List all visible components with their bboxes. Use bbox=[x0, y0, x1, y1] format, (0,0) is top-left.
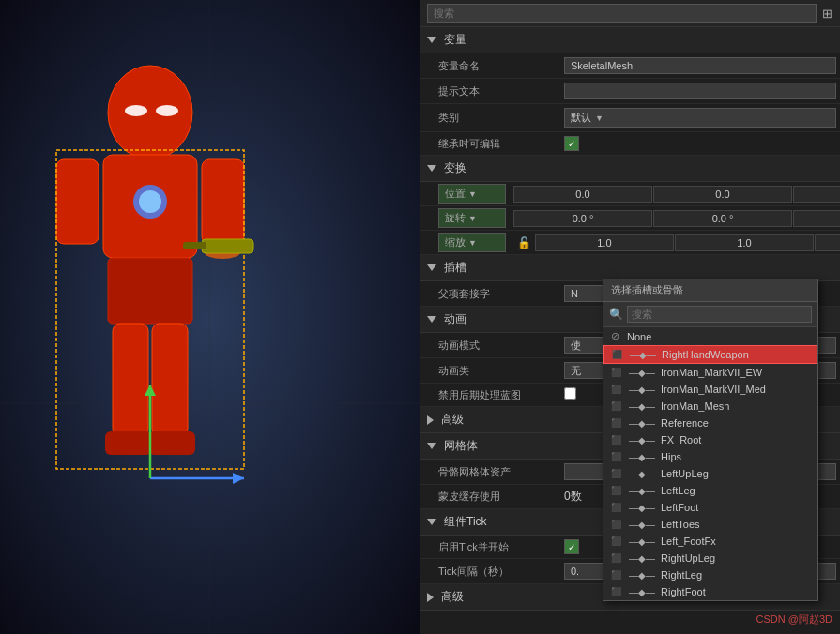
top-toolbar: ⊞ bbox=[420, 0, 840, 27]
dropdown-item[interactable]: ⬛—◆—RightHandWeapon bbox=[603, 345, 817, 364]
viewport bbox=[0, 0, 420, 634]
enable-tick-label: 启用Tick并开始 bbox=[420, 538, 560, 556]
varname-label: 变量命名 bbox=[420, 57, 560, 75]
lock-icon: 🔓 bbox=[513, 236, 535, 249]
scale-z[interactable] bbox=[815, 234, 840, 251]
scale-y[interactable] bbox=[675, 234, 814, 251]
dropdown-search: 🔍 bbox=[603, 302, 817, 327]
dropdown-item[interactable]: ⬛—◆—RightLeg bbox=[603, 566, 817, 583]
skin-cache-text: 0数 bbox=[564, 490, 582, 503]
section-transform-triangle bbox=[427, 165, 436, 172]
svg-rect-9 bbox=[56, 159, 99, 244]
position-dropdown[interactable]: 位置 ▼ bbox=[438, 184, 506, 204]
dropdown-title: 选择插槽或骨骼 bbox=[603, 279, 817, 302]
dropdown-item[interactable]: ⬛—◆—LeftLeg bbox=[603, 482, 817, 499]
skin-cache-label: 蒙皮缓存使用 bbox=[420, 488, 560, 506]
section-advanced1-triangle bbox=[427, 415, 434, 425]
prop-position: 位置 ▼ bbox=[420, 182, 840, 206]
section-slots[interactable]: 插槽 bbox=[420, 255, 840, 281]
category-dropdown[interactable]: 默认 ▼ bbox=[564, 108, 836, 128]
dropdown-item[interactable]: ⬛—◆—Hips bbox=[603, 448, 817, 465]
prop-rotation: 旋转 ▼ bbox=[420, 206, 840, 231]
svg-rect-23 bbox=[183, 242, 206, 249]
section-animation-triangle bbox=[427, 316, 436, 323]
search-button[interactable]: ⊞ bbox=[822, 7, 832, 21]
rotation-fields bbox=[513, 210, 840, 227]
position-label: 位置 ▼ bbox=[420, 182, 513, 205]
svg-point-3 bbox=[108, 66, 192, 159]
svg-rect-22 bbox=[202, 239, 253, 253]
dropdown-item[interactable]: ⬛—◆—IronMan_MarkVII_Med bbox=[603, 381, 817, 398]
properties-panel: ⊞ 变量 变量命名 提示文本 类别 bbox=[420, 0, 840, 634]
section-variable-label: 变量 bbox=[444, 32, 466, 48]
position-fields bbox=[513, 186, 840, 203]
disable-bp-checkbox[interactable] bbox=[564, 387, 576, 400]
rotation-y[interactable] bbox=[653, 210, 792, 227]
svg-point-8 bbox=[139, 190, 161, 213]
section-advanced2-label: 高级 bbox=[441, 589, 464, 605]
section-variable-triangle bbox=[427, 37, 436, 43]
svg-point-5 bbox=[156, 105, 178, 116]
scale-fields bbox=[535, 234, 840, 251]
rotation-x[interactable] bbox=[513, 210, 652, 227]
section-animation-label: 动画 bbox=[444, 311, 466, 327]
dropdown-item[interactable]: ⬛—◆—IronMan_Mesh bbox=[603, 398, 817, 415]
rotation-z[interactable] bbox=[793, 210, 840, 227]
section-mesh-label: 网格体 bbox=[444, 438, 478, 454]
section-tick-triangle bbox=[427, 519, 436, 525]
editable-value: ✓ bbox=[560, 134, 840, 153]
section-transform[interactable]: 变换 bbox=[420, 156, 840, 182]
dropdown-item[interactable]: ⬛—◆—RightFoot bbox=[603, 583, 817, 600]
svg-rect-0 bbox=[0, 0, 420, 634]
section-tick-label: 组件Tick bbox=[444, 514, 487, 530]
anim-mode-label: 动画模式 bbox=[420, 337, 560, 355]
editable-checkbox[interactable]: ✓ bbox=[564, 136, 579, 151]
varname-value bbox=[560, 55, 840, 76]
varname-input[interactable] bbox=[564, 57, 836, 74]
scale-dropdown[interactable]: 缩放 ▼ bbox=[438, 233, 506, 252]
scale-label: 缩放 ▼ bbox=[420, 231, 513, 254]
category-label: 类别 bbox=[420, 109, 560, 127]
scale-x[interactable] bbox=[535, 234, 674, 251]
dropdown-item[interactable]: ⬛—◆—LeftFoot bbox=[603, 499, 817, 516]
section-mesh-triangle bbox=[427, 443, 436, 449]
watermark: CSDN @阿赵3D bbox=[756, 612, 832, 626]
svg-rect-15 bbox=[105, 431, 152, 455]
section-advanced1-label: 高级 bbox=[441, 412, 464, 428]
position-y[interactable] bbox=[653, 186, 792, 203]
prop-category: 类别 默认 ▼ bbox=[420, 104, 840, 132]
variable-content: 变量命名 提示文本 类别 默认 ▼ bbox=[420, 53, 840, 156]
dropdown-item[interactable]: ⬛—◆—Reference bbox=[603, 415, 817, 431]
hint-value bbox=[560, 81, 840, 101]
dropdown-item[interactable]: ⬛—◆—LeftToes bbox=[603, 516, 817, 533]
disable-bp-label: 禁用后期处理蓝图 bbox=[420, 386, 560, 404]
prop-varname: 变量命名 bbox=[420, 53, 840, 79]
svg-rect-14 bbox=[152, 324, 188, 436]
svg-point-4 bbox=[125, 105, 147, 116]
rotation-dropdown[interactable]: 旋转 ▼ bbox=[438, 208, 506, 228]
hint-input[interactable] bbox=[564, 83, 836, 99]
position-z[interactable] bbox=[793, 186, 840, 203]
dropdown-item[interactable]: ⬛—◆—Left_FootFx bbox=[603, 533, 817, 550]
section-variable[interactable]: 变量 bbox=[420, 27, 840, 53]
transform-content: 位置 ▼ 旋转 ▼ bbox=[420, 182, 840, 255]
watermark-prefix: CSDN @ bbox=[756, 613, 799, 625]
dropdown-item[interactable]: ⬛—◆—IronMan_MarkVII_EW bbox=[603, 364, 817, 381]
socket-bone-dropdown: 选择插槽或骨骼 🔍 ⊘None⬛—◆—RightHandWeapon⬛—◆—Ir… bbox=[603, 279, 818, 601]
dropdown-item[interactable]: ⬛—◆—RightUpLeg bbox=[603, 550, 817, 566]
dropdown-search-input[interactable] bbox=[627, 306, 812, 323]
dropdown-item[interactable]: ⬛—◆—LeftUpLeg bbox=[603, 465, 817, 482]
svg-rect-13 bbox=[113, 324, 148, 436]
dropdown-item[interactable]: ⬛—◆—FX_Root bbox=[603, 431, 817, 448]
dropdown-list: ⊘None⬛—◆—RightHandWeapon⬛—◆—IronMan_Mark… bbox=[603, 327, 817, 600]
parent-socket-label: 父项套接字 bbox=[420, 285, 560, 303]
section-slots-label: 插槽 bbox=[444, 260, 466, 276]
position-x[interactable] bbox=[513, 186, 652, 203]
search-input[interactable] bbox=[427, 4, 817, 23]
svg-rect-12 bbox=[108, 258, 192, 324]
dropdown-item[interactable]: ⊘None bbox=[603, 327, 817, 345]
enable-tick-checkbox[interactable]: ✓ bbox=[564, 539, 579, 554]
editable-label: 继承时可编辑 bbox=[420, 135, 560, 153]
category-value: 默认 ▼ bbox=[560, 106, 840, 129]
svg-rect-16 bbox=[148, 431, 195, 455]
